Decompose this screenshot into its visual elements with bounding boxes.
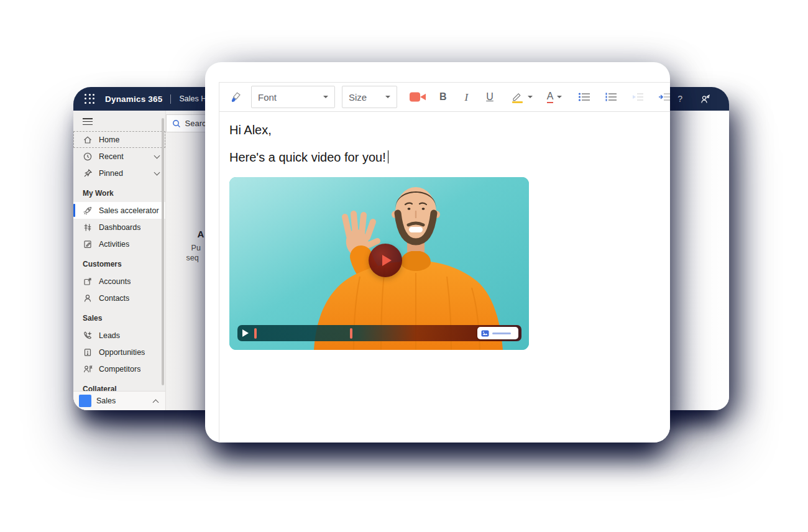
- highlight-color-button[interactable]: [510, 91, 533, 103]
- image-icon: [481, 330, 489, 337]
- sidebar-item-accounts[interactable]: Accounts: [73, 273, 165, 290]
- thumbnail-preview-chip[interactable]: [477, 327, 518, 339]
- sidebar-scrollbar[interactable]: [162, 118, 164, 385]
- sidebar-section-customers: Customers: [73, 252, 165, 273]
- video-control-bar[interactable]: [237, 325, 521, 341]
- topbar-divider: [170, 94, 171, 104]
- sidebar-item-label: Pinned: [99, 169, 123, 178]
- area-switcher[interactable]: Sales: [73, 391, 165, 410]
- sidebar-item-opportunities[interactable]: Opportunities: [73, 344, 165, 360]
- pin-icon: [83, 168, 93, 178]
- clipboard-pencil-icon: [83, 239, 93, 249]
- editor-toolbar: Font Size B I U: [219, 83, 670, 112]
- rich-text-editor: Font Size B I U: [219, 82, 670, 443]
- text-cursor: [388, 150, 389, 163]
- sidebar-item-label: Recent: [99, 152, 124, 161]
- sidebar-section-sales: Sales: [73, 306, 165, 327]
- area-app-icon: [79, 395, 91, 407]
- email-composer-card: Font Size B I U: [205, 62, 670, 443]
- font-color-letter: A: [547, 91, 554, 104]
- sidebar-item-label: Home: [99, 135, 119, 144]
- email-greeting: Hi Alex,: [229, 122, 670, 138]
- sidebar-item-label: Leads: [99, 331, 120, 340]
- outdent-button[interactable]: [631, 92, 644, 102]
- sidebar-item-label: Dashboards: [99, 223, 140, 232]
- embedded-video-player[interactable]: [229, 177, 529, 350]
- area-switcher-label: Sales: [96, 397, 116, 405]
- chevron-down-icon: [557, 96, 562, 98]
- sidebar-item-recent[interactable]: Recent: [73, 148, 165, 165]
- sidebar-item-label: Accounts: [99, 277, 131, 286]
- sidebar-item-label: Contacts: [99, 294, 129, 303]
- italic-button[interactable]: I: [465, 92, 469, 103]
- numbered-list-button[interactable]: [605, 92, 617, 102]
- chevron-down-icon: [385, 96, 390, 98]
- font-family-value: Font: [258, 92, 277, 103]
- font-family-dropdown[interactable]: Font: [251, 86, 335, 108]
- email-body-editable[interactable]: Hi Alex, Here's a quick video for you!: [219, 112, 670, 350]
- rocket-icon: [83, 206, 93, 216]
- chevron-down-icon: [323, 96, 328, 98]
- chevron-down-icon: [154, 169, 160, 175]
- sidebar-item-label: Opportunities: [99, 348, 145, 357]
- font-size-value: Size: [349, 92, 367, 103]
- indent-button[interactable]: [658, 92, 670, 102]
- video-play-button[interactable]: [369, 244, 402, 277]
- play-icon: [382, 255, 392, 266]
- contact-icon: [83, 293, 93, 303]
- sidebar-item-label: Sales accelerator: [99, 206, 159, 215]
- sidebar-item-dashboards[interactable]: Dashboards: [73, 219, 165, 236]
- underline-button[interactable]: U: [486, 92, 494, 102]
- home-icon: [83, 135, 93, 145]
- bullet-list-button[interactable]: [578, 92, 590, 102]
- font-size-dropdown[interactable]: Size: [342, 86, 397, 108]
- chevron-down-icon: [154, 152, 160, 158]
- sidebar-item-pinned[interactable]: Pinned: [73, 165, 165, 181]
- obscured-text-fragment: seq: [186, 254, 199, 262]
- chip-caption-line: [492, 332, 511, 334]
- leads-icon: [83, 331, 93, 341]
- sidebar-item-label: Activities: [99, 240, 129, 249]
- obscured-heading-fragment: A: [198, 229, 204, 239]
- competitors-icon: [83, 364, 93, 374]
- opportunities-icon: [83, 347, 93, 357]
- topbar-actions: ?: [677, 94, 710, 104]
- email-message: Here's a quick video for you!: [229, 150, 670, 165]
- font-color-button[interactable]: A: [547, 91, 562, 104]
- feedback-icon[interactable]: [700, 94, 710, 104]
- help-icon[interactable]: ?: [677, 94, 682, 104]
- bold-button[interactable]: B: [439, 92, 447, 102]
- sidebar-item-leads[interactable]: Leads: [73, 327, 165, 344]
- timeline-marker: [350, 328, 352, 339]
- chevron-up-icon: [152, 399, 158, 405]
- obscured-text-fragment: Pu: [191, 244, 201, 252]
- dashboards-icon: [83, 222, 93, 232]
- sidebar-item-home[interactable]: Home: [73, 131, 165, 148]
- sidebar-item-label: Competitors: [99, 365, 140, 374]
- chevron-down-icon: [528, 96, 533, 98]
- clock-icon: [83, 152, 93, 162]
- search-icon: [172, 119, 181, 128]
- sidebar-item-competitors[interactable]: Competitors: [73, 360, 165, 377]
- waffle-icon[interactable]: [85, 94, 95, 104]
- app-brand: Dynamics 365: [105, 94, 162, 104]
- sidebar-item-sales-accelerator[interactable]: Sales accelerator: [73, 202, 165, 219]
- accounts-icon: [83, 277, 93, 287]
- sidebar-item-contacts[interactable]: Contacts: [73, 290, 165, 306]
- insert-video-button[interactable]: [409, 91, 426, 103]
- sitemap-sidebar: Home Recent Pinned My Work: [73, 111, 166, 410]
- sidebar-section-my-work: My Work: [73, 181, 165, 202]
- timeline-marker: [254, 328, 257, 339]
- sidebar-item-activities[interactable]: Activities: [73, 236, 165, 252]
- sitemap-toggle-icon[interactable]: [83, 118, 93, 125]
- format-painter-button[interactable]: [229, 91, 242, 104]
- player-play-icon: [242, 329, 249, 337]
